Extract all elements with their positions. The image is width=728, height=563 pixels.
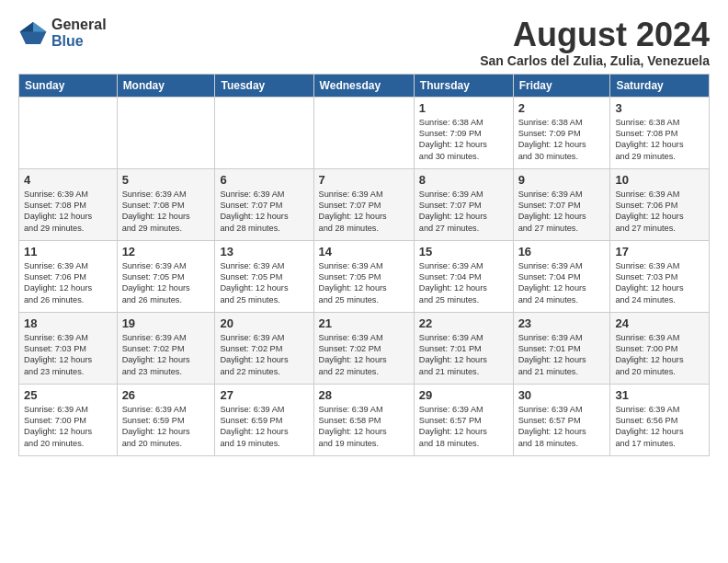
day-info: Sunrise: 6:39 AM Sunset: 7:05 PM Dayligh… xyxy=(122,260,210,306)
day-info: Sunrise: 6:38 AM Sunset: 7:09 PM Dayligh… xyxy=(518,117,606,163)
day-number: 24 xyxy=(615,316,704,330)
month-year-title: August 2024 xyxy=(480,17,710,53)
calendar-cell: 19Sunrise: 6:39 AM Sunset: 7:02 PM Dayli… xyxy=(117,312,215,384)
header: General Blue August 2024 San Carlos del … xyxy=(18,17,710,68)
calendar-cell xyxy=(313,97,414,168)
day-info: Sunrise: 6:38 AM Sunset: 7:09 PM Dayligh… xyxy=(419,117,508,163)
day-number: 23 xyxy=(518,316,606,330)
title-block: August 2024 San Carlos del Zulia, Zulia,… xyxy=(480,17,710,68)
calendar-cell: 7Sunrise: 6:39 AM Sunset: 7:07 PM Daylig… xyxy=(313,168,414,240)
header-friday: Friday xyxy=(513,74,610,97)
calendar-cell: 15Sunrise: 6:39 AM Sunset: 7:04 PM Dayli… xyxy=(414,240,513,312)
day-number: 22 xyxy=(419,316,508,330)
day-number: 25 xyxy=(24,388,112,402)
day-number: 12 xyxy=(122,245,210,259)
day-info: Sunrise: 6:39 AM Sunset: 7:00 PM Dayligh… xyxy=(24,404,112,450)
calendar-cell: 16Sunrise: 6:39 AM Sunset: 7:04 PM Dayli… xyxy=(513,240,610,312)
logo-icon xyxy=(18,18,48,48)
calendar-table: Sunday Monday Tuesday Wednesday Thursday… xyxy=(18,74,710,456)
calendar-cell: 28Sunrise: 6:39 AM Sunset: 6:58 PM Dayli… xyxy=(313,384,414,455)
day-info: Sunrise: 6:39 AM Sunset: 7:01 PM Dayligh… xyxy=(419,332,508,378)
calendar-cell: 22Sunrise: 6:39 AM Sunset: 7:01 PM Dayli… xyxy=(414,312,513,384)
day-info: Sunrise: 6:39 AM Sunset: 7:07 PM Dayligh… xyxy=(419,189,508,235)
day-info: Sunrise: 6:39 AM Sunset: 7:04 PM Dayligh… xyxy=(419,260,508,306)
calendar-week-4: 18Sunrise: 6:39 AM Sunset: 7:03 PM Dayli… xyxy=(19,312,710,384)
day-number: 21 xyxy=(319,316,409,330)
calendar-week-5: 25Sunrise: 6:39 AM Sunset: 7:00 PM Dayli… xyxy=(19,384,710,455)
day-number: 30 xyxy=(518,388,606,402)
day-info: Sunrise: 6:39 AM Sunset: 6:57 PM Dayligh… xyxy=(419,404,508,450)
day-info: Sunrise: 6:39 AM Sunset: 6:59 PM Dayligh… xyxy=(220,404,308,450)
calendar-cell: 27Sunrise: 6:39 AM Sunset: 6:59 PM Dayli… xyxy=(215,384,313,455)
page: General Blue August 2024 San Carlos del … xyxy=(0,0,728,465)
day-info: Sunrise: 6:39 AM Sunset: 6:59 PM Dayligh… xyxy=(122,404,210,450)
day-number: 17 xyxy=(615,245,704,259)
calendar-cell: 21Sunrise: 6:39 AM Sunset: 7:02 PM Dayli… xyxy=(313,312,414,384)
calendar-week-1: 1Sunrise: 6:38 AM Sunset: 7:09 PM Daylig… xyxy=(19,97,710,168)
calendar-cell: 29Sunrise: 6:39 AM Sunset: 6:57 PM Dayli… xyxy=(414,384,513,455)
calendar-cell: 30Sunrise: 6:39 AM Sunset: 6:57 PM Dayli… xyxy=(513,384,610,455)
calendar-cell: 12Sunrise: 6:39 AM Sunset: 7:05 PM Dayli… xyxy=(117,240,215,312)
logo-text: General Blue xyxy=(51,17,107,49)
calendar-cell: 6Sunrise: 6:39 AM Sunset: 7:07 PM Daylig… xyxy=(215,168,313,240)
day-info: Sunrise: 6:39 AM Sunset: 7:07 PM Dayligh… xyxy=(220,189,308,235)
day-number: 13 xyxy=(220,245,308,259)
day-info: Sunrise: 6:39 AM Sunset: 6:58 PM Dayligh… xyxy=(319,404,409,450)
day-info: Sunrise: 6:39 AM Sunset: 7:04 PM Dayligh… xyxy=(518,260,606,306)
header-saturday: Saturday xyxy=(610,74,710,97)
calendar-cell: 13Sunrise: 6:39 AM Sunset: 7:05 PM Dayli… xyxy=(215,240,313,312)
day-info: Sunrise: 6:39 AM Sunset: 7:05 PM Dayligh… xyxy=(220,260,308,306)
day-info: Sunrise: 6:39 AM Sunset: 7:01 PM Dayligh… xyxy=(518,332,606,378)
day-number: 3 xyxy=(615,101,704,115)
day-number: 20 xyxy=(220,316,308,330)
day-info: Sunrise: 6:39 AM Sunset: 7:02 PM Dayligh… xyxy=(319,332,409,378)
day-number: 19 xyxy=(122,316,210,330)
calendar-cell: 11Sunrise: 6:39 AM Sunset: 7:06 PM Dayli… xyxy=(19,240,118,312)
day-number: 27 xyxy=(220,388,308,402)
calendar-cell: 3Sunrise: 6:38 AM Sunset: 7:08 PM Daylig… xyxy=(610,97,710,168)
location-subtitle: San Carlos del Zulia, Zulia, Venezuela xyxy=(480,53,710,68)
calendar-cell: 20Sunrise: 6:39 AM Sunset: 7:02 PM Dayli… xyxy=(215,312,313,384)
calendar-cell: 10Sunrise: 6:39 AM Sunset: 7:06 PM Dayli… xyxy=(610,168,710,240)
day-number: 1 xyxy=(419,101,508,115)
day-number: 4 xyxy=(24,173,112,187)
calendar-week-2: 4Sunrise: 6:39 AM Sunset: 7:08 PM Daylig… xyxy=(19,168,710,240)
day-info: Sunrise: 6:39 AM Sunset: 6:56 PM Dayligh… xyxy=(615,404,704,450)
header-sunday: Sunday xyxy=(19,74,118,97)
calendar-cell: 5Sunrise: 6:39 AM Sunset: 7:08 PM Daylig… xyxy=(117,168,215,240)
day-number: 16 xyxy=(518,245,606,259)
calendar-cell: 17Sunrise: 6:39 AM Sunset: 7:03 PM Dayli… xyxy=(610,240,710,312)
calendar-cell xyxy=(117,97,215,168)
day-info: Sunrise: 6:39 AM Sunset: 7:02 PM Dayligh… xyxy=(220,332,308,378)
calendar-cell xyxy=(215,97,313,168)
day-info: Sunrise: 6:39 AM Sunset: 7:02 PM Dayligh… xyxy=(122,332,210,378)
calendar-cell: 23Sunrise: 6:39 AM Sunset: 7:01 PM Dayli… xyxy=(513,312,610,384)
calendar-cell: 1Sunrise: 6:38 AM Sunset: 7:09 PM Daylig… xyxy=(414,97,513,168)
day-number: 2 xyxy=(518,101,606,115)
logo-blue-text: Blue xyxy=(51,33,107,50)
calendar-cell: 2Sunrise: 6:38 AM Sunset: 7:09 PM Daylig… xyxy=(513,97,610,168)
day-info: Sunrise: 6:39 AM Sunset: 7:06 PM Dayligh… xyxy=(24,260,112,306)
day-number: 26 xyxy=(122,388,210,402)
calendar-cell xyxy=(19,97,118,168)
calendar-cell: 14Sunrise: 6:39 AM Sunset: 7:05 PM Dayli… xyxy=(313,240,414,312)
calendar-cell: 18Sunrise: 6:39 AM Sunset: 7:03 PM Dayli… xyxy=(19,312,118,384)
calendar-header-row: Sunday Monday Tuesday Wednesday Thursday… xyxy=(19,74,710,97)
day-number: 18 xyxy=(24,316,112,330)
logo: General Blue xyxy=(18,17,107,49)
calendar-cell: 26Sunrise: 6:39 AM Sunset: 6:59 PM Dayli… xyxy=(117,384,215,455)
day-info: Sunrise: 6:39 AM Sunset: 7:08 PM Dayligh… xyxy=(24,189,112,235)
day-info: Sunrise: 6:38 AM Sunset: 7:08 PM Dayligh… xyxy=(615,117,704,163)
calendar-cell: 4Sunrise: 6:39 AM Sunset: 7:08 PM Daylig… xyxy=(19,168,118,240)
header-wednesday: Wednesday xyxy=(313,74,414,97)
calendar-week-3: 11Sunrise: 6:39 AM Sunset: 7:06 PM Dayli… xyxy=(19,240,710,312)
svg-marker-1 xyxy=(33,22,46,31)
day-info: Sunrise: 6:39 AM Sunset: 7:07 PM Dayligh… xyxy=(518,189,606,235)
calendar-cell: 9Sunrise: 6:39 AM Sunset: 7:07 PM Daylig… xyxy=(513,168,610,240)
day-info: Sunrise: 6:39 AM Sunset: 7:06 PM Dayligh… xyxy=(615,189,704,235)
day-number: 15 xyxy=(419,245,508,259)
logo-general-text: General xyxy=(51,17,107,33)
calendar-cell: 25Sunrise: 6:39 AM Sunset: 7:00 PM Dayli… xyxy=(19,384,118,455)
day-info: Sunrise: 6:39 AM Sunset: 7:03 PM Dayligh… xyxy=(615,260,704,306)
day-number: 29 xyxy=(419,388,508,402)
